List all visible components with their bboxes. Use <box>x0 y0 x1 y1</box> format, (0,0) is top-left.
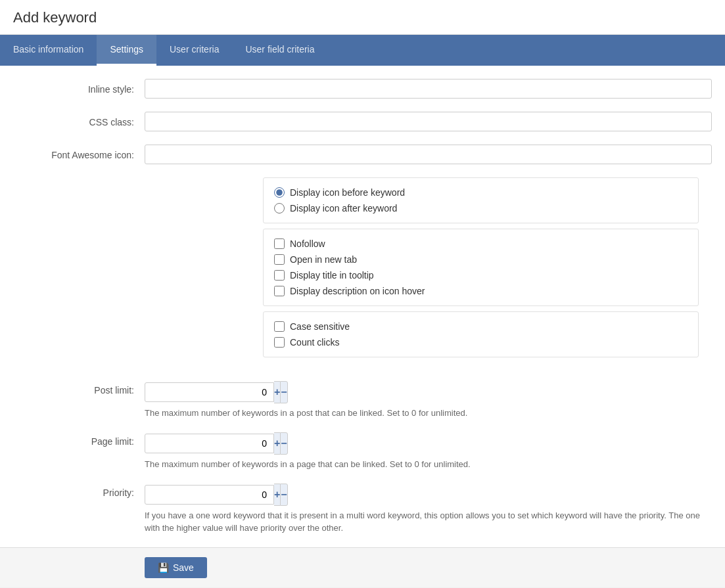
checkbox-nofollow[interactable]: Nofollow <box>274 238 688 249</box>
css-class-row: CSS class: <box>13 112 712 131</box>
other-options-section: Case sensitive Count clicks <box>263 311 699 357</box>
page-limit-minus-button[interactable]: − <box>280 432 287 455</box>
page-limit-row: Page limit: + − The maximum number of ke… <box>13 432 712 470</box>
inline-style-row: Inline style: <box>13 79 712 99</box>
title-text: Add keyword <box>13 9 97 26</box>
new-tab-checkbox[interactable] <box>274 254 285 265</box>
radio-after-keyword[interactable]: Display icon after keyword <box>274 203 688 214</box>
case-sensitive-checkbox[interactable] <box>274 321 285 332</box>
link-options-section: Nofollow Open in new tab Display title i… <box>263 229 699 306</box>
tab-user-criteria[interactable]: User criteria <box>156 35 232 66</box>
save-label: Save <box>173 562 194 573</box>
checkbox-case-sensitive[interactable]: Case sensitive <box>274 321 688 332</box>
css-class-label: CSS class: <box>13 112 145 127</box>
radio-before-keyword[interactable]: Display icon before keyword <box>274 187 688 198</box>
count-clicks-checkbox[interactable] <box>274 337 285 348</box>
nofollow-checkbox[interactable] <box>274 238 285 249</box>
font-awesome-input[interactable] <box>145 145 712 164</box>
priority-label: Priority: <box>13 484 145 498</box>
footer-bar: 💾 Save <box>0 547 725 587</box>
radio-after-input[interactable] <box>274 203 285 214</box>
checkbox-new-tab[interactable]: Open in new tab <box>274 254 688 265</box>
post-limit-plus-button[interactable]: + <box>274 381 280 403</box>
radio-before-input[interactable] <box>274 187 285 198</box>
save-button[interactable]: 💾 Save <box>145 557 207 578</box>
css-class-input[interactable] <box>145 112 712 131</box>
page-title: Add keyword <box>0 0 725 35</box>
page-limit-plus-button[interactable]: + <box>274 432 280 455</box>
post-limit-help: The maximum number of keywords in a post… <box>145 407 712 419</box>
checkbox-tooltip[interactable]: Display title in tooltip <box>274 270 688 281</box>
inline-style-input[interactable] <box>145 79 712 99</box>
tooltip-checkbox[interactable] <box>274 270 285 281</box>
priority-row: Priority: + − If you have a one word key… <box>13 484 712 533</box>
priority-plus-button[interactable]: + <box>274 484 280 506</box>
inline-style-label: Inline style: <box>13 79 145 95</box>
save-icon: 💾 <box>158 562 169 573</box>
desc-hover-checkbox[interactable] <box>274 286 285 296</box>
tab-basic-information[interactable]: Basic information <box>0 35 97 66</box>
post-limit-input[interactable] <box>145 382 274 402</box>
icon-position-section: Display icon before keyword Display icon… <box>263 177 699 223</box>
post-limit-row: Post limit: + − The maximum number of ke… <box>13 381 712 419</box>
page-limit-help: The maximum number of keywords in a page… <box>145 459 712 470</box>
font-awesome-row: Font Awesome icon: <box>13 145 712 164</box>
tab-bar: Basic information Settings User criteria… <box>0 35 725 66</box>
priority-input[interactable] <box>145 485 274 505</box>
page-limit-input[interactable] <box>145 434 274 453</box>
checkbox-count-clicks[interactable]: Count clicks <box>274 337 688 348</box>
checkbox-desc-hover[interactable]: Display description on icon hover <box>274 286 688 296</box>
priority-help: If you have a one word keyword that it i… <box>145 510 712 533</box>
content-area: Inline style: CSS class: Font Awesome ic… <box>0 66 725 587</box>
tab-settings[interactable]: Settings <box>97 35 156 66</box>
post-limit-label: Post limit: <box>13 381 145 396</box>
tab-user-field-criteria[interactable]: User field criteria <box>232 35 327 66</box>
page-limit-label: Page limit: <box>13 432 145 447</box>
priority-minus-button[interactable]: − <box>280 484 287 506</box>
font-awesome-label: Font Awesome icon: <box>13 145 145 160</box>
post-limit-minus-button[interactable]: − <box>280 381 287 403</box>
